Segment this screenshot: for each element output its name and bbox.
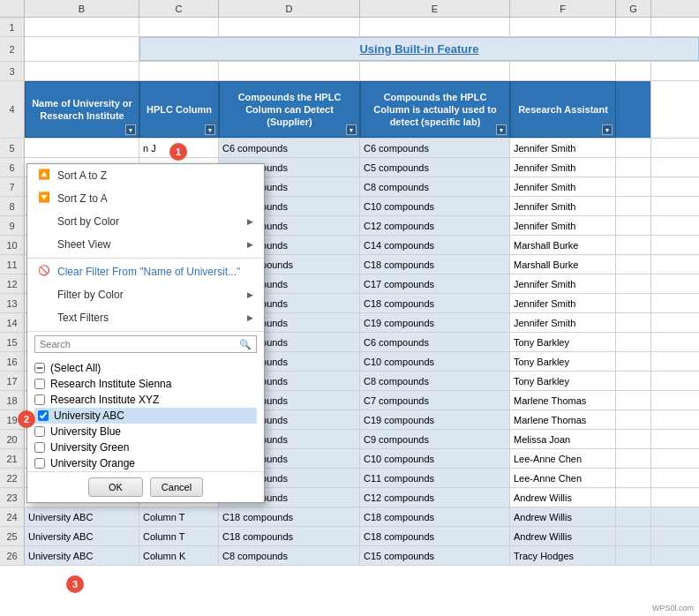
sort-za-icon: 🔽 bbox=[38, 192, 52, 206]
cell-e: C9 compounds bbox=[360, 430, 510, 448]
row-num-1: 1 bbox=[0, 18, 25, 36]
checkbox-item[interactable]: (Select All) bbox=[34, 360, 257, 376]
col-header-a bbox=[0, 0, 25, 17]
checkbox-item[interactable]: Research Institute Sienna bbox=[34, 376, 257, 392]
table-row: 25 University ABC Column T C18 compounds… bbox=[0, 527, 699, 546]
filter-btn-f[interactable]: ▼ bbox=[602, 124, 613, 135]
cell-e: C8 compounds bbox=[360, 372, 510, 390]
checkbox-label: Research Institute XYZ bbox=[50, 394, 159, 406]
cell-3d bbox=[219, 62, 360, 80]
row-num: 8 bbox=[0, 197, 25, 215]
sort-by-color-item[interactable]: Sort by Color bbox=[27, 210, 264, 233]
row-num: 24 bbox=[0, 507, 25, 526]
row-num: 10 bbox=[0, 236, 25, 254]
checkbox[interactable] bbox=[34, 442, 45, 453]
header-c: HPLC Column ▼ bbox=[139, 81, 219, 138]
text-filters-item[interactable]: Text Filters bbox=[27, 306, 264, 329]
cell-c: Column T bbox=[139, 507, 219, 526]
watermark: WPS0l.com bbox=[652, 604, 694, 612]
cell-g bbox=[616, 313, 651, 332]
cell-g bbox=[616, 274, 651, 293]
checkbox-label: Research Institute Sienna bbox=[50, 378, 171, 390]
cell-b: University ABC bbox=[25, 507, 139, 526]
text-filters-icon bbox=[38, 311, 52, 325]
search-input[interactable] bbox=[35, 336, 235, 352]
checkbox[interactable] bbox=[34, 379, 45, 389]
checkbox[interactable] bbox=[34, 458, 45, 469]
filter-by-color-item[interactable]: Filter by Color bbox=[27, 283, 264, 306]
clear-filter-icon: 🚫 bbox=[38, 265, 52, 279]
cell-f: Lee-Anne Chen bbox=[510, 469, 616, 487]
cell-1e bbox=[360, 18, 510, 36]
header-e: Compounds the HPLC Column is actually us… bbox=[360, 81, 510, 138]
cell-g bbox=[616, 158, 651, 177]
checkbox[interactable] bbox=[34, 394, 45, 405]
cell-e: C12 compounds bbox=[360, 216, 510, 235]
cell-d: C6 compounds bbox=[219, 139, 360, 157]
cell-d: C18 compounds bbox=[219, 527, 360, 545]
cell-3f bbox=[510, 62, 616, 80]
checkbox[interactable] bbox=[34, 426, 45, 437]
cell-1g bbox=[616, 18, 651, 36]
filter-btn-c[interactable]: ▼ bbox=[205, 124, 215, 135]
col-header-d: D bbox=[219, 0, 360, 17]
cell-f: Andrew Willis bbox=[510, 527, 616, 545]
sort-az-item[interactable]: 🔼 Sort A to Z bbox=[27, 164, 264, 187]
cell-g bbox=[616, 333, 651, 351]
cell-g bbox=[616, 197, 651, 215]
row-num: 20 bbox=[0, 430, 25, 448]
cell-g bbox=[616, 216, 651, 235]
sheet-view-icon bbox=[38, 237, 52, 252]
cell-g bbox=[616, 430, 651, 448]
cell-e: C19 compounds bbox=[360, 313, 510, 332]
cell-g bbox=[616, 352, 651, 371]
sep2 bbox=[27, 331, 264, 332]
cell-f: Andrew Willis bbox=[510, 488, 616, 507]
filter-btn-e[interactable]: ▼ bbox=[496, 124, 507, 135]
checkbox-label: University Blue bbox=[50, 425, 121, 438]
row-num: 16 bbox=[0, 352, 25, 371]
checkbox-item[interactable]: Research Institute XYZ bbox=[34, 392, 257, 408]
row-num: 25 bbox=[0, 527, 25, 545]
sheet-view-item[interactable]: Sheet View bbox=[27, 233, 264, 256]
row-num: 18 bbox=[0, 391, 25, 409]
filter-btn-d[interactable]: ▼ bbox=[346, 124, 357, 135]
cell-f: Jennifer Smith bbox=[510, 177, 616, 196]
row-num: 21 bbox=[0, 449, 25, 468]
cell-g bbox=[616, 449, 651, 468]
table-row: 24 University ABC Column T C18 compounds… bbox=[0, 507, 699, 527]
cell-3g bbox=[616, 62, 651, 80]
ok-button[interactable]: OK bbox=[88, 477, 143, 497]
checkbox[interactable] bbox=[34, 363, 45, 373]
cell-g bbox=[616, 236, 651, 254]
cell-f: Lee-Anne Chen bbox=[510, 449, 616, 468]
cell-e: C12 compounds bbox=[360, 488, 510, 507]
cell-g bbox=[616, 527, 651, 545]
cell-b: University ABC bbox=[25, 527, 139, 545]
row-3: 3 bbox=[0, 62, 699, 81]
cell-e: C10 compounds bbox=[360, 352, 510, 371]
cell-3c bbox=[139, 62, 219, 80]
row-num: 17 bbox=[0, 372, 25, 390]
cell-g bbox=[616, 410, 651, 429]
cell-g bbox=[616, 139, 651, 157]
cell-e: C17 compounds bbox=[360, 274, 510, 293]
cell-c: Column K bbox=[139, 546, 219, 565]
search-box[interactable]: 🔍 bbox=[34, 335, 257, 353]
clear-filter-item[interactable]: 🚫 Clear Filter From "Name of Universit..… bbox=[27, 260, 264, 283]
filter-dropdown[interactable]: 🔼 Sort A to Z 🔽 Sort Z to A Sort by Colo… bbox=[26, 163, 265, 503]
cancel-button[interactable]: Cancel bbox=[150, 477, 203, 497]
cell-f: Jennifer Smith bbox=[510, 139, 616, 157]
checkbox[interactable] bbox=[38, 410, 49, 421]
col-header-b: B bbox=[25, 0, 139, 17]
checkbox-item[interactable]: University Orange bbox=[34, 455, 257, 471]
checkbox-item[interactable]: University ABC bbox=[34, 408, 257, 424]
checkbox-item[interactable]: University Green bbox=[34, 439, 257, 455]
col-header-g: G bbox=[616, 0, 651, 17]
filter-btn-b[interactable]: ▼ bbox=[125, 124, 136, 135]
sort-za-item[interactable]: 🔽 Sort Z to A bbox=[27, 187, 264, 210]
row-num: 15 bbox=[0, 333, 25, 351]
checkbox-item[interactable]: University Blue bbox=[34, 424, 257, 439]
filter-color-icon bbox=[38, 288, 52, 302]
checkbox-list[interactable]: (Select All)Research Institute SiennaRes… bbox=[27, 357, 264, 471]
